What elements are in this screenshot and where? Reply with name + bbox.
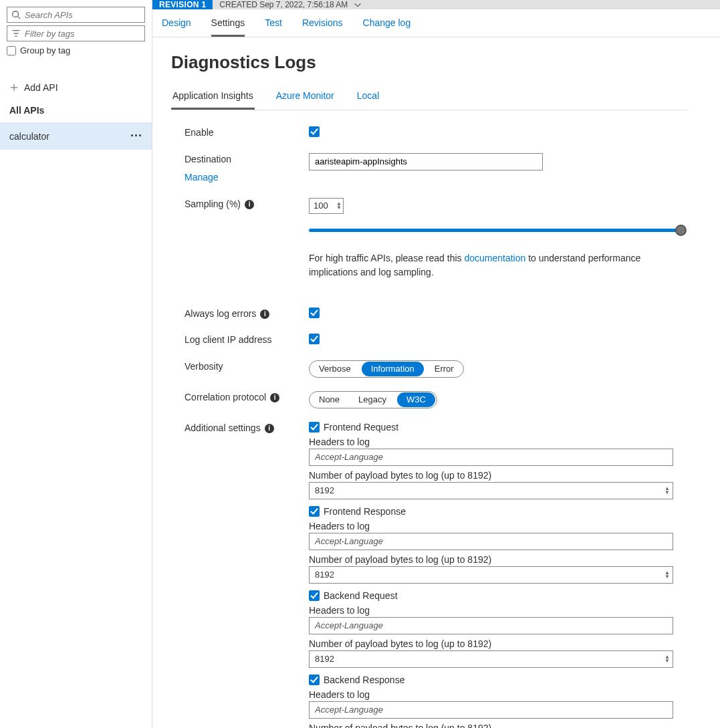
subtab-azure-monitor[interactable]: Azure Monitor <box>275 85 336 110</box>
tab-revisions[interactable]: Revisions <box>302 17 343 37</box>
frontend-response-section: Frontend Response Headers to log Number … <box>309 506 687 584</box>
revision-badge: REVISION 1 <box>152 0 213 9</box>
revision-created-label: CREATED Sep 7, 2022, 7:56:18 AM <box>219 0 348 9</box>
stepper-icon[interactable]: ▲▼ <box>336 202 342 210</box>
info-icon[interactable]: i <box>245 200 254 209</box>
sampling-label: Sampling (%) <box>185 198 241 211</box>
additional-settings-panel: Frontend Request Headers to log Number o… <box>309 422 687 728</box>
slider-track <box>309 229 681 232</box>
page-content: Diagnostics Logs Application Insights Az… <box>152 37 720 728</box>
sampling-value: 100 <box>314 201 328 211</box>
documentation-link[interactable]: documentation <box>464 253 525 263</box>
info-icon[interactable]: i <box>270 393 279 402</box>
payload-label: Number of payload bytes to log (up to 81… <box>309 470 687 481</box>
headers-label: Headers to log <box>309 437 687 447</box>
group-by-tag-checkbox[interactable]: Group by tag <box>7 45 145 55</box>
correlation-none[interactable]: None <box>310 392 349 407</box>
headers-label: Headers to log <box>309 605 687 616</box>
all-apis-heading[interactable]: All APIs <box>9 105 145 116</box>
headers-label: Headers to log <box>309 689 687 700</box>
frontend-response-payload-input[interactable]: 8192 ▲▼ <box>309 566 673 584</box>
backend-request-section: Backend Request Headers to log Number of… <box>309 590 687 668</box>
filter-tags-input[interactable] <box>21 28 140 39</box>
correlation-legacy[interactable]: Legacy <box>349 392 396 407</box>
destination-input[interactable] <box>309 153 543 170</box>
frontend-request-section: Frontend Request Headers to log Number o… <box>309 422 687 499</box>
stepper-icon[interactable]: ▲▼ <box>665 487 670 495</box>
verbosity-error[interactable]: Error <box>425 362 463 376</box>
svg-line-1 <box>18 17 21 19</box>
chevron-down-icon <box>353 1 362 8</box>
tab-test[interactable]: Test <box>265 17 282 37</box>
backend-request-headers-input[interactable] <box>309 617 673 634</box>
enable-label: Enable <box>185 126 309 140</box>
subtab-local[interactable]: Local <box>356 85 380 110</box>
filter-icon <box>11 29 21 38</box>
destination-label: Destination <box>185 153 231 166</box>
manage-link[interactable]: Manage <box>185 171 219 185</box>
add-api-button[interactable]: Add API <box>9 82 145 93</box>
api-item-label: calculator <box>9 131 49 142</box>
backend-response-checkbox[interactable] <box>309 675 320 685</box>
diagnostics-subtabs: Application Insights Azure Monitor Local <box>171 85 687 110</box>
backend-response-title: Backend Response <box>324 675 404 685</box>
log-client-ip-checkbox[interactable] <box>309 334 320 344</box>
search-apis-input[interactable] <box>21 9 140 21</box>
diagnostics-form: Enable Destination Manage Sampling (%) <box>171 126 687 728</box>
backend-response-section: Backend Response Headers to log Number o… <box>309 675 687 728</box>
backend-request-payload-input[interactable]: 8192 ▲▼ <box>309 650 673 668</box>
backend-request-title: Backend Request <box>324 590 398 601</box>
more-icon[interactable]: ··· <box>130 129 142 143</box>
verbosity-segmented[interactable]: Verbose Information Error <box>309 360 464 378</box>
info-icon[interactable]: i <box>260 310 269 319</box>
group-by-tag-label: Group by tag <box>20 45 70 55</box>
tab-change-log[interactable]: Change log <box>363 17 411 37</box>
additional-settings-label: Additional settings <box>185 422 261 435</box>
payload-label: Number of payload bytes to log (up to 81… <box>309 638 687 649</box>
api-item-calculator[interactable]: calculator ··· <box>0 122 152 150</box>
verbosity-information[interactable]: Information <box>362 362 424 376</box>
frontend-response-checkbox[interactable] <box>309 506 320 517</box>
filter-tags-box[interactable] <box>7 25 145 41</box>
correlation-w3c[interactable]: W3C <box>397 392 435 407</box>
frontend-request-checkbox[interactable] <box>309 422 320 433</box>
frontend-request-payload-input[interactable]: 8192 ▲▼ <box>309 482 673 499</box>
enable-checkbox[interactable] <box>309 126 320 137</box>
sampling-hint: For high traffic APIs, please read this … <box>309 251 687 279</box>
sampling-slider[interactable] <box>309 223 687 237</box>
payload-label: Number of payload bytes to log (up to 81… <box>309 723 687 728</box>
payload-label: Number of payload bytes to log (up to 81… <box>309 554 687 565</box>
headers-label: Headers to log <box>309 521 687 531</box>
info-icon[interactable]: i <box>265 424 274 433</box>
always-log-errors-checkbox[interactable] <box>309 308 320 318</box>
svg-point-0 <box>13 11 19 17</box>
backend-response-headers-input[interactable] <box>309 701 673 719</box>
stepper-icon[interactable]: ▲▼ <box>665 655 670 663</box>
main-panel: REVISION 1 CREATED Sep 7, 2022, 7:56:18 … <box>152 0 720 728</box>
revision-created-dropdown[interactable]: CREATED Sep 7, 2022, 7:56:18 AM <box>213 0 369 9</box>
page-title: Diagnostics Logs <box>171 52 687 73</box>
backend-request-checkbox[interactable] <box>309 590 320 601</box>
search-icon <box>11 10 21 19</box>
frontend-response-headers-input[interactable] <box>309 533 673 550</box>
frontend-request-headers-input[interactable] <box>309 449 673 466</box>
sidebar: Group by tag Add API All APIs calculator… <box>0 0 152 728</box>
slider-thumb[interactable] <box>675 225 687 236</box>
frontend-request-title: Frontend Request <box>324 422 398 433</box>
sampling-stepper[interactable]: 100 ▲▼ <box>309 198 344 214</box>
stepper-icon[interactable]: ▲▼ <box>665 571 670 579</box>
plus-icon <box>9 83 19 92</box>
verbosity-verbose[interactable]: Verbose <box>310 362 360 376</box>
search-apis-box[interactable] <box>7 7 145 23</box>
tab-design[interactable]: Design <box>162 17 191 37</box>
log-client-ip-label: Log client IP address <box>185 334 309 347</box>
tab-settings[interactable]: Settings <box>211 17 245 37</box>
correlation-label: Correlation protocol <box>185 391 266 404</box>
correlation-segmented[interactable]: None Legacy W3C <box>309 391 437 408</box>
verbosity-label: Verbosity <box>185 360 309 374</box>
revision-bar: REVISION 1 CREATED Sep 7, 2022, 7:56:18 … <box>152 0 720 9</box>
group-by-tag-input[interactable] <box>7 46 16 55</box>
subtab-application-insights[interactable]: Application Insights <box>171 85 255 110</box>
always-log-errors-label: Always log errors <box>185 308 256 321</box>
add-api-label: Add API <box>24 82 58 93</box>
